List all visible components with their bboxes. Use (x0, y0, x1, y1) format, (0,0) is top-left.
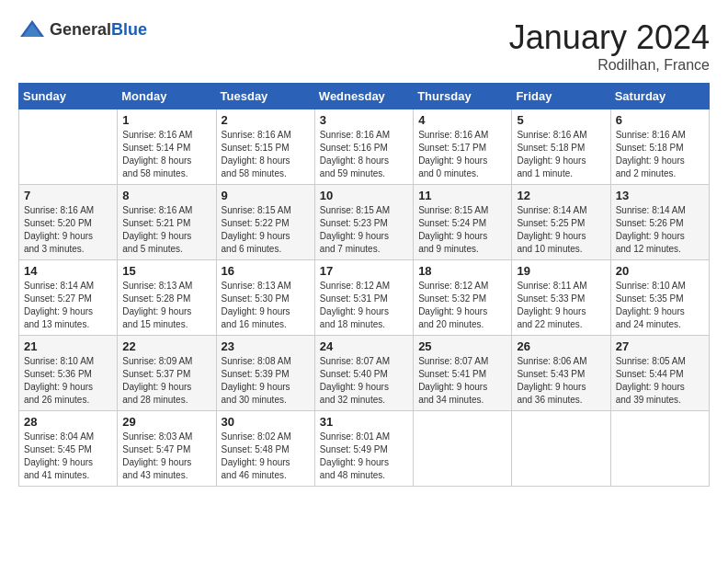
calendar-cell: 12Sunrise: 8:14 AMSunset: 5:25 PMDayligh… (512, 185, 610, 260)
day-number: 7 (24, 189, 112, 202)
day-info: Sunrise: 8:16 AMSunset: 5:18 PMDaylight:… (616, 129, 704, 180)
day-info: Sunrise: 8:15 AMSunset: 5:22 PMDaylight:… (222, 204, 310, 256)
header-saturday: Saturday (610, 84, 709, 109)
day-number: 31 (320, 415, 408, 429)
day-number: 4 (418, 113, 506, 127)
day-number: 17 (320, 264, 408, 278)
day-info: Sunrise: 8:05 AMSunset: 5:44 PMDaylight:… (616, 355, 704, 407)
day-number: 19 (517, 264, 605, 278)
calendar-cell (512, 411, 610, 487)
day-info: Sunrise: 8:16 AMSunset: 5:16 PMDaylight:… (320, 129, 408, 180)
day-number: 13 (616, 189, 704, 202)
calendar-body: 1Sunrise: 8:16 AMSunset: 5:14 PMDaylight… (19, 109, 710, 487)
calendar-cell: 24Sunrise: 8:07 AMSunset: 5:40 PMDayligh… (314, 336, 413, 411)
day-number: 23 (222, 339, 310, 353)
calendar-cell: 31Sunrise: 8:01 AMSunset: 5:49 PMDayligh… (314, 411, 413, 487)
day-number: 21 (24, 339, 112, 353)
day-info: Sunrise: 8:10 AMSunset: 5:35 PMDaylight:… (616, 280, 704, 331)
logo-blue: Blue (111, 20, 147, 39)
header-sunday: Sunday (19, 84, 118, 109)
header-monday: Monday (118, 84, 216, 109)
day-info: Sunrise: 8:12 AMSunset: 5:32 PMDaylight:… (418, 280, 506, 331)
day-number: 11 (418, 189, 506, 202)
day-info: Sunrise: 8:03 AMSunset: 5:47 PMDaylight:… (122, 431, 210, 482)
day-info: Sunrise: 8:16 AMSunset: 5:18 PMDaylight:… (517, 129, 605, 180)
header-wednesday: Wednesday (314, 84, 413, 109)
calendar-cell: 20Sunrise: 8:10 AMSunset: 5:35 PMDayligh… (610, 260, 709, 336)
day-number: 28 (24, 415, 112, 429)
calendar-cell: 14Sunrise: 8:14 AMSunset: 5:27 PMDayligh… (19, 260, 118, 336)
calendar-cell (19, 109, 118, 185)
day-info: Sunrise: 8:14 AMSunset: 5:25 PMDaylight:… (517, 204, 605, 256)
calendar-cell: 3Sunrise: 8:16 AMSunset: 5:16 PMDaylight… (314, 109, 413, 185)
calendar-cell: 21Sunrise: 8:10 AMSunset: 5:36 PMDayligh… (19, 336, 118, 411)
calendar-cell: 13Sunrise: 8:14 AMSunset: 5:26 PMDayligh… (610, 185, 709, 260)
day-info: Sunrise: 8:06 AMSunset: 5:43 PMDaylight:… (517, 355, 605, 407)
calendar-cell: 1Sunrise: 8:16 AMSunset: 5:14 PMDaylight… (118, 109, 216, 185)
logo-icon (18, 18, 46, 40)
calendar-table: Sunday Monday Tuesday Wednesday Thursday… (18, 83, 710, 487)
calendar-cell: 9Sunrise: 8:15 AMSunset: 5:22 PMDaylight… (216, 185, 314, 260)
calendar-cell: 10Sunrise: 8:15 AMSunset: 5:23 PMDayligh… (314, 185, 413, 260)
day-info: Sunrise: 8:01 AMSunset: 5:49 PMDaylight:… (320, 431, 408, 482)
day-number: 16 (222, 264, 310, 278)
logo-text: GeneralBlue (50, 20, 147, 40)
logo-general: General (50, 20, 111, 39)
calendar-cell: 8Sunrise: 8:16 AMSunset: 5:21 PMDaylight… (118, 185, 216, 260)
calendar-cell: 2Sunrise: 8:16 AMSunset: 5:15 PMDaylight… (216, 109, 314, 185)
day-number: 8 (122, 189, 210, 202)
calendar-week-2: 7Sunrise: 8:16 AMSunset: 5:20 PMDaylight… (19, 185, 710, 260)
calendar-cell: 4Sunrise: 8:16 AMSunset: 5:17 PMDaylight… (414, 109, 512, 185)
header-tuesday: Tuesday (216, 84, 314, 109)
day-info: Sunrise: 8:10 AMSunset: 5:36 PMDaylight:… (24, 355, 112, 407)
day-number: 1 (122, 113, 210, 127)
calendar-cell (610, 411, 709, 487)
calendar-cell: 23Sunrise: 8:08 AMSunset: 5:39 PMDayligh… (216, 336, 314, 411)
day-number: 5 (517, 113, 605, 127)
day-number: 2 (222, 113, 310, 127)
day-info: Sunrise: 8:13 AMSunset: 5:30 PMDaylight:… (222, 280, 310, 331)
logo: GeneralBlue (18, 18, 147, 40)
title-area: January 2024 Rodilhan, France (509, 18, 710, 74)
day-info: Sunrise: 8:16 AMSunset: 5:15 PMDaylight:… (222, 129, 310, 180)
calendar-cell: 6Sunrise: 8:16 AMSunset: 5:18 PMDaylight… (610, 109, 709, 185)
calendar-cell: 25Sunrise: 8:07 AMSunset: 5:41 PMDayligh… (414, 336, 512, 411)
day-info: Sunrise: 8:14 AMSunset: 5:27 PMDaylight:… (24, 280, 112, 331)
calendar-cell: 30Sunrise: 8:02 AMSunset: 5:48 PMDayligh… (216, 411, 314, 487)
location-title: Rodilhan, France (509, 57, 710, 74)
day-number: 26 (517, 339, 605, 353)
day-info: Sunrise: 8:15 AMSunset: 5:23 PMDaylight:… (320, 204, 408, 256)
day-info: Sunrise: 8:09 AMSunset: 5:37 PMDaylight:… (122, 355, 210, 407)
calendar-week-5: 28Sunrise: 8:04 AMSunset: 5:45 PMDayligh… (19, 411, 710, 487)
calendar-cell: 5Sunrise: 8:16 AMSunset: 5:18 PMDaylight… (512, 109, 610, 185)
day-number: 20 (616, 264, 704, 278)
day-info: Sunrise: 8:08 AMSunset: 5:39 PMDaylight:… (222, 355, 310, 407)
day-number: 25 (418, 339, 506, 353)
calendar-header: Sunday Monday Tuesday Wednesday Thursday… (19, 84, 710, 109)
day-info: Sunrise: 8:16 AMSunset: 5:21 PMDaylight:… (122, 204, 210, 256)
calendar-cell: 29Sunrise: 8:03 AMSunset: 5:47 PMDayligh… (118, 411, 216, 487)
day-number: 30 (222, 415, 310, 429)
day-info: Sunrise: 8:14 AMSunset: 5:26 PMDaylight:… (616, 204, 704, 256)
calendar-cell: 7Sunrise: 8:16 AMSunset: 5:20 PMDaylight… (19, 185, 118, 260)
day-number: 24 (320, 339, 408, 353)
day-info: Sunrise: 8:02 AMSunset: 5:48 PMDaylight:… (222, 431, 310, 482)
calendar-cell: 17Sunrise: 8:12 AMSunset: 5:31 PMDayligh… (314, 260, 413, 336)
day-info: Sunrise: 8:16 AMSunset: 5:17 PMDaylight:… (418, 129, 506, 180)
day-number: 27 (616, 339, 704, 353)
day-info: Sunrise: 8:12 AMSunset: 5:31 PMDaylight:… (320, 280, 408, 331)
calendar-cell: 28Sunrise: 8:04 AMSunset: 5:45 PMDayligh… (19, 411, 118, 487)
calendar-cell: 18Sunrise: 8:12 AMSunset: 5:32 PMDayligh… (414, 260, 512, 336)
calendar-cell: 27Sunrise: 8:05 AMSunset: 5:44 PMDayligh… (610, 336, 709, 411)
calendar-week-1: 1Sunrise: 8:16 AMSunset: 5:14 PMDaylight… (19, 109, 710, 185)
calendar-week-4: 21Sunrise: 8:10 AMSunset: 5:36 PMDayligh… (19, 336, 710, 411)
calendar-cell: 16Sunrise: 8:13 AMSunset: 5:30 PMDayligh… (216, 260, 314, 336)
day-info: Sunrise: 8:11 AMSunset: 5:33 PMDaylight:… (517, 280, 605, 331)
day-number: 14 (24, 264, 112, 278)
day-number: 15 (122, 264, 210, 278)
day-info: Sunrise: 8:15 AMSunset: 5:24 PMDaylight:… (418, 204, 506, 256)
day-info: Sunrise: 8:07 AMSunset: 5:40 PMDaylight:… (320, 355, 408, 407)
day-info: Sunrise: 8:04 AMSunset: 5:45 PMDaylight:… (24, 431, 112, 482)
day-number: 3 (320, 113, 408, 127)
calendar-week-3: 14Sunrise: 8:14 AMSunset: 5:27 PMDayligh… (19, 260, 710, 336)
